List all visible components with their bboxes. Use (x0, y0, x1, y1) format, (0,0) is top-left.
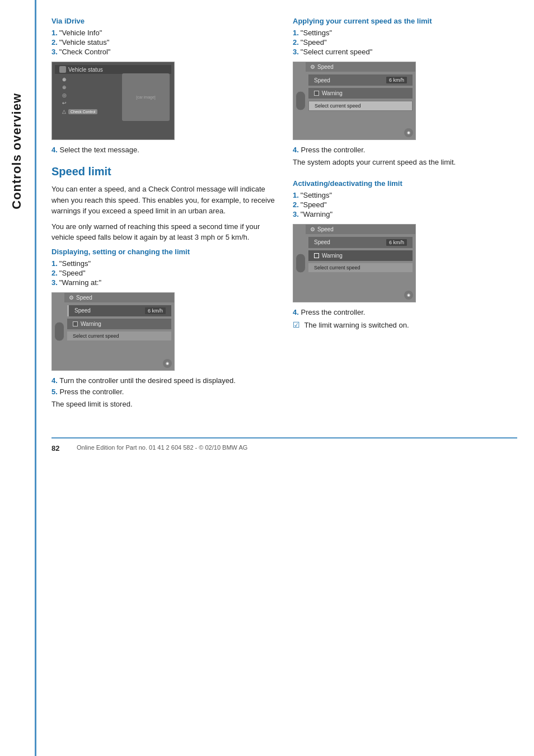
list-item: 2."Speed" (293, 200, 517, 209)
speed-limit-para2: You are only warned of reaching this spe… (51, 221, 276, 243)
activating-step4: 4. Press the controller. (293, 308, 517, 316)
footer-text: Online Edition for Part no. 01 41 2 604 … (77, 444, 247, 451)
right-column: Applying your current speed as the limit… (293, 17, 517, 421)
via-idrive-step4: 4. Select the text message. (51, 146, 276, 154)
list-item: 2."Speed" (293, 38, 517, 46)
speed-screen-right-bottom: ⚙ Speed Speed 6 km/h Warning Select curr… (293, 224, 416, 302)
applying-speed-list: 1."Settings" 2."Speed" 3."Select current… (293, 29, 517, 56)
speed-screen-right-top: ⚙ Speed Speed 6 km/h Warning Select curr… (293, 62, 416, 140)
controller-knob (296, 253, 306, 273)
list-item: 3."Select current speed" (293, 48, 517, 56)
left-column: Via iDrive 1."Vehicle Info" 2."Vehicle s… (51, 17, 276, 421)
blue-border-line (35, 0, 36, 756)
speed-limit-para1: You can enter a speed, and a Check Contr… (51, 184, 276, 217)
displaying-step4: 4. Turn the controller until the desired… (51, 376, 276, 385)
list-item: 1."Settings" (293, 191, 517, 199)
list-item: 2."Speed" (51, 269, 276, 277)
activating-list: 1."Settings" 2."Speed" 3."Warning" (293, 191, 517, 218)
list-item: 3."Warning" (293, 210, 517, 218)
controller-knob (54, 321, 64, 341)
via-idrive-list: 1."Vehicle Info" 2."Vehicle status" 3."C… (51, 29, 276, 56)
applying-step-final: The system adopts your current speed as … (293, 157, 517, 168)
list-item: 1."Settings" (293, 29, 517, 37)
vehicle-status-screenshot: Vehicle status ⊕ ⊕ ◎ ↩ △ Check Control (51, 62, 175, 140)
checkmark-icon: ☑ (293, 319, 300, 331)
displaying-heading: Displaying, setting or changing the limi… (51, 248, 276, 256)
list-item: 1."Settings" (51, 259, 276, 268)
via-idrive-heading: Via iDrive (51, 17, 276, 25)
list-item: 1."Vehicle Info" (51, 29, 276, 37)
speed-limit-section: Speed limit You can enter a speed, and a… (51, 165, 276, 409)
activating-section: Activating/deactivating the limit 1."Set… (293, 179, 517, 331)
activating-heading: Activating/deactivating the limit (293, 179, 517, 188)
via-idrive-section: Via iDrive 1."Vehicle Info" 2."Vehicle s… (51, 17, 276, 154)
sidebar-label: Controls overview (0, 67, 34, 235)
list-item: 3."Check Control" (51, 48, 276, 56)
applying-speed-section: Applying your current speed as the limit… (293, 17, 517, 168)
footer: 82 Online Edition for Part no. 01 41 2 6… (51, 437, 517, 452)
displaying-step-final: The speed limit is stored. (51, 399, 276, 410)
list-item: 2."Vehicle status" (51, 38, 276, 46)
speed-screen-left: ⚙ Speed Speed 6 km/h Warning Select curr… (51, 292, 175, 371)
list-item: 3."Warning at:" (51, 278, 276, 287)
activating-step-final: ☑ The limit warning is switched on. (293, 319, 517, 331)
displaying-list: 1."Settings" 2."Speed" 3."Warning at:" (51, 259, 276, 287)
controller-knob (296, 91, 306, 111)
displaying-step5: 5. Press the controller. (51, 388, 276, 396)
applying-step4: 4. Press the controller. (293, 146, 517, 154)
applying-speed-heading: Applying your current speed as the limit (293, 17, 517, 25)
speed-limit-heading: Speed limit (51, 165, 276, 178)
page-number: 82 (51, 444, 68, 452)
